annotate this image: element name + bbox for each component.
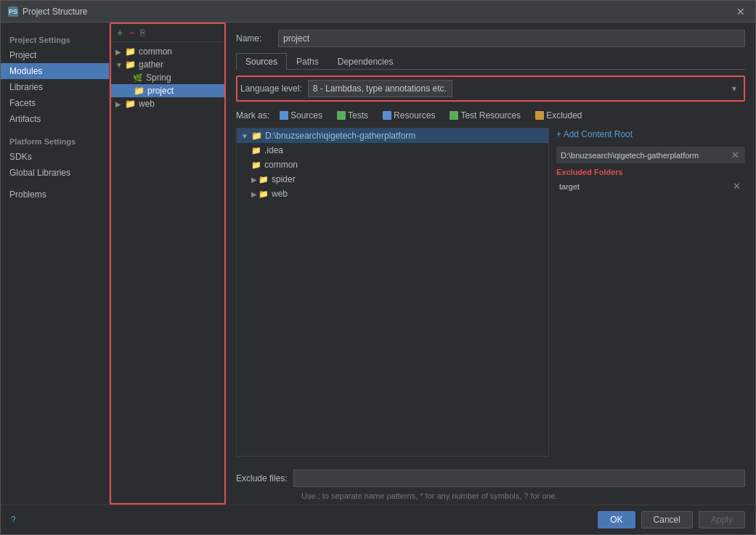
sources-color-icon bbox=[280, 111, 288, 120]
module-tree: ▶ 📁 common ▼ 📁 gather 🌿 Spring ▶ bbox=[111, 42, 224, 503]
close-icon[interactable]: ✕ bbox=[733, 4, 748, 19]
ok-button[interactable]: OK bbox=[598, 511, 635, 528]
tree-root-item[interactable]: ▼ 📁 D:\bnuzsearch\qigetech-gatherplatfor… bbox=[237, 128, 548, 143]
tree-item-web[interactable]: ▶ 📁 web bbox=[111, 97, 224, 110]
excluded-target-close-button[interactable]: ✕ bbox=[731, 181, 742, 192]
tree-arrow-common: ▶ bbox=[115, 48, 124, 56]
tab-dependencies[interactable]: Dependencies bbox=[328, 53, 403, 70]
tree-child-spider[interactable]: ▶ 📁 spider bbox=[237, 172, 548, 187]
apply-button[interactable]: Apply bbox=[699, 511, 745, 528]
add-module-button[interactable]: + bbox=[115, 27, 124, 38]
excluded-item-target: target ✕ bbox=[556, 179, 745, 193]
mark-resources-button[interactable]: Resources bbox=[378, 109, 439, 122]
mark-as-label: Mark as: bbox=[236, 110, 269, 121]
tree-label-common: common bbox=[139, 46, 172, 57]
right-panel: + Add Content Root D:\bnuzsearch\qigetec… bbox=[549, 128, 745, 457]
tree-label-gather: gather bbox=[139, 60, 163, 70]
excluded-target-label: target bbox=[559, 182, 580, 191]
help-button[interactable]: ? bbox=[11, 515, 16, 525]
tree-item-gather[interactable]: ▼ 📁 gather bbox=[111, 58, 224, 71]
sidebar-item-facets[interactable]: Facets bbox=[1, 95, 109, 111]
name-label: Name: bbox=[236, 33, 272, 44]
dialog-body: Project Settings Project Modules Librari… bbox=[1, 23, 755, 505]
tree-item-spring[interactable]: 🌿 Spring bbox=[111, 71, 224, 84]
content-root-close-button[interactable]: ✕ bbox=[730, 150, 741, 160]
tree-arrow-gather: ▼ bbox=[115, 61, 124, 69]
folder-idea-icon: 📁 bbox=[251, 146, 261, 155]
sidebar-item-modules[interactable]: Modules bbox=[1, 63, 109, 79]
tree-child-idea[interactable]: 📁 .idea bbox=[237, 143, 548, 158]
tree-child-web[interactable]: ▶ 📁 web bbox=[237, 187, 548, 201]
sidebar-item-project[interactable]: Project bbox=[1, 47, 109, 63]
tree-child-idea-label: .idea bbox=[264, 145, 283, 155]
content-split: ▼ 📁 D:\bnuzsearch\qigetech-gatherplatfor… bbox=[236, 128, 745, 457]
language-row: Language level: 8 - Lambdas, type annota… bbox=[236, 75, 745, 102]
tree-item-common[interactable]: ▶ 📁 common bbox=[111, 45, 224, 58]
sidebar-item-artifacts[interactable]: Artifacts bbox=[1, 111, 109, 127]
sidebar-item-global-libraries[interactable]: Global Libraries bbox=[1, 165, 109, 181]
mark-as-row: Mark as: Sources Tests Resources bbox=[236, 109, 745, 122]
copy-module-button[interactable]: ⎘ bbox=[139, 28, 147, 38]
tree-root-path: D:\bnuzsearch\qigetech-gatherplatform bbox=[265, 131, 415, 141]
mark-excluded-button[interactable]: Excluded bbox=[531, 109, 586, 122]
sidebar: Project Settings Project Modules Librari… bbox=[1, 23, 110, 505]
language-select-wrap: 8 - Lambdas, type annotations etc. bbox=[308, 80, 741, 97]
exclude-hint-text: Use ; to separate name patterns, * for a… bbox=[236, 490, 745, 502]
mark-test-resources-button[interactable]: Test Resources bbox=[445, 109, 525, 122]
folder-spider-icon: 📁 bbox=[259, 175, 269, 184]
tree-child-web-label: web bbox=[272, 189, 288, 199]
dialog-footer: ? OK Cancel Apply bbox=[1, 505, 755, 534]
name-input[interactable] bbox=[278, 30, 745, 47]
tree-root-arrow: ▼ bbox=[241, 132, 248, 140]
resources-color-icon bbox=[383, 111, 391, 120]
folder-common-icon: 📁 bbox=[251, 160, 261, 170]
project-structure-dialog: PS Project Structure ✕ Project Settings … bbox=[0, 0, 756, 535]
name-row: Name: bbox=[236, 30, 745, 47]
mark-sources-button[interactable]: Sources bbox=[275, 109, 327, 122]
module-toolbar: + − ⎘ bbox=[111, 24, 224, 42]
remove-module-button[interactable]: − bbox=[127, 27, 136, 38]
footer-buttons: OK Cancel Apply bbox=[598, 511, 745, 528]
folder-icon-web: 📁 bbox=[124, 99, 136, 108]
tree-item-project[interactable]: ▶ 📁 project bbox=[111, 84, 224, 97]
dialog-icon: PS bbox=[8, 7, 18, 17]
folder-icon-project: 📁 bbox=[133, 86, 145, 95]
spring-leaf-icon: 🌿 bbox=[133, 73, 143, 83]
test-resources-color-icon bbox=[450, 111, 458, 120]
sidebar-item-libraries[interactable]: Libraries bbox=[1, 79, 109, 95]
cancel-button[interactable]: Cancel bbox=[641, 511, 693, 528]
module-tree-panel: + − ⎘ ▶ 📁 common ▼ 📁 gather bbox=[110, 23, 226, 505]
excluded-folders-title: Excluded Folders bbox=[556, 168, 745, 176]
folder-icon-common: 📁 bbox=[124, 47, 136, 56]
tree-label-spring: Spring bbox=[146, 73, 171, 83]
tree-child-common-label: common bbox=[264, 160, 298, 170]
tree-arrow-web: ▶ bbox=[115, 100, 124, 108]
tree-child-spider-arrow: ▶ bbox=[251, 176, 257, 184]
main-content: Name: Sources Paths Dependencies bbox=[226, 23, 755, 464]
exclude-files-label: Exclude files: bbox=[236, 473, 288, 483]
source-tree-area: ▼ 📁 D:\bnuzsearch\qigetech-gatherplatfor… bbox=[236, 128, 549, 457]
add-content-root-button[interactable]: + Add Content Root bbox=[556, 128, 745, 141]
mark-tests-button[interactable]: Tests bbox=[333, 109, 373, 122]
folder-web-icon: 📁 bbox=[259, 189, 269, 199]
content-root-path-text: D:\bnuzsearch\qigetech-gatherplatform bbox=[561, 151, 699, 160]
tree-child-common[interactable]: 📁 common bbox=[237, 158, 548, 172]
tab-sources[interactable]: Sources bbox=[236, 53, 287, 70]
tree-label-web: web bbox=[139, 99, 155, 109]
tree-root-folder-icon: 📁 bbox=[251, 131, 262, 141]
dialog-title: Project Structure bbox=[23, 7, 87, 17]
exclude-files-input[interactable] bbox=[293, 470, 745, 487]
tree-child-spider-label: spider bbox=[272, 174, 296, 184]
title-bar-left: PS Project Structure bbox=[8, 7, 87, 17]
tests-color-icon bbox=[337, 111, 346, 120]
bottom-section: Exclude files: Use ; to separate name pa… bbox=[226, 464, 755, 505]
excluded-color-icon bbox=[535, 111, 544, 120]
sidebar-item-problems[interactable]: Problems bbox=[1, 187, 109, 203]
tabs-row: Sources Paths Dependencies bbox=[236, 53, 745, 70]
folder-icon-gather: 📁 bbox=[124, 60, 136, 69]
platform-settings-title: Platform Settings bbox=[1, 134, 109, 149]
language-select[interactable]: 8 - Lambdas, type annotations etc. bbox=[308, 80, 452, 97]
sidebar-item-sdks[interactable]: SDKs bbox=[1, 149, 109, 165]
tab-paths[interactable]: Paths bbox=[287, 53, 328, 70]
language-label: Language level: bbox=[240, 83, 302, 94]
